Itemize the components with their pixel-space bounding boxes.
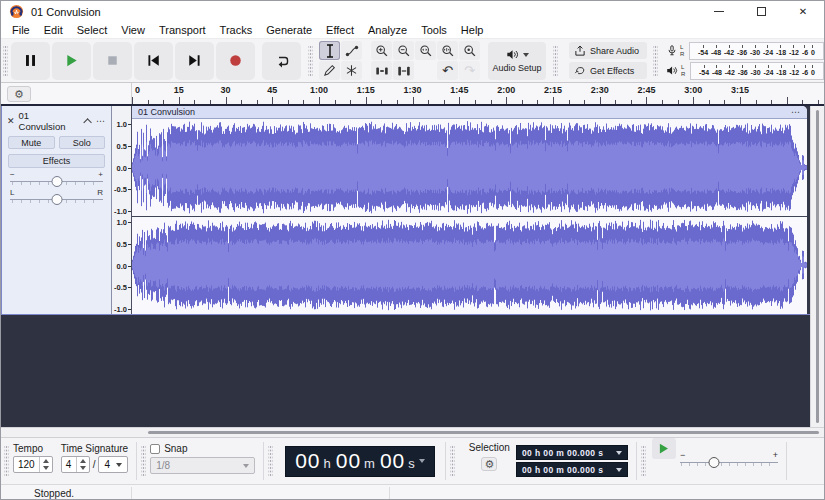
zoom-fit-button[interactable] [437,41,458,60]
speed-min-label: − [680,450,685,460]
zoom-out-button[interactable] [393,41,414,60]
time-signature-upper-value[interactable]: 4 [62,457,76,472]
pan-slider-thumb[interactable] [51,194,62,205]
stop-button[interactable] [93,42,132,80]
menu-help[interactable]: Help [454,24,491,36]
play-at-speed-grip[interactable] [641,446,646,476]
tempo-value[interactable]: 120 [14,457,39,472]
time-minutes[interactable]: 00 [336,449,361,473]
undo-button[interactable]: ↶ [437,61,458,80]
menu-generate[interactable]: Generate [259,24,319,36]
track-menu-button[interactable]: ⋯ [96,116,106,126]
horizontal-scrollbar-thumb[interactable] [148,431,819,434]
time-signature-toolbar-grip[interactable] [4,446,9,476]
menu-effect[interactable]: Effect [319,24,361,36]
track-name[interactable]: 01 Convulsion [19,110,79,132]
loop-button[interactable] [262,42,301,80]
trim-audio-button[interactable] [371,61,392,80]
menu-analyze[interactable]: Analyze [361,24,414,36]
audio-position-display[interactable]: 00h 00m 00s [285,446,435,477]
record-button[interactable] [216,42,255,80]
skip-to-end-button[interactable] [175,42,214,80]
zoom-toggle-button[interactable] [459,41,480,60]
ruler-tick [569,100,570,104]
snap-checkbox[interactable] [150,444,160,454]
clip-header[interactable]: 01 Convulsion ⋯ [132,106,807,119]
pause-button[interactable] [11,42,50,80]
time-signature-upper-spinner[interactable]: 4 [61,456,90,473]
tools-toolbar-grip[interactable] [308,46,313,76]
minimize-button[interactable] [698,1,740,22]
selection-end-field[interactable]: 00 h 00 m 00.000 s [516,462,628,477]
zoom-in-button[interactable] [371,41,392,60]
selection-options-button[interactable]: ⚙ [481,457,497,471]
recording-meter[interactable]: LR -54-48-42-36-30-24-18-12-60 [666,41,824,60]
tempo-spin-arrows[interactable] [39,457,52,472]
snap-toolbar-grip[interactable] [141,446,146,476]
menu-view[interactable]: View [114,24,152,36]
selection-toolbar-grip[interactable] [450,446,455,476]
multi-tool-button[interactable] [341,61,362,80]
speed-slider-thumb[interactable] [709,457,720,468]
skip-to-start-button[interactable] [134,42,173,80]
selection-tool-button[interactable] [319,41,340,60]
menu-tools[interactable]: Tools [414,24,454,36]
audio-track[interactable]: ✕ 01 Convulsion ⋯ Mute Solo Effects − + [1,106,813,315]
draw-tool-button[interactable] [319,61,340,80]
tempo-spinner[interactable]: 120 [13,456,53,473]
timeline-options-button[interactable]: ⚙ [7,86,31,102]
audio-setup-button[interactable]: Audio Setup [488,42,546,80]
time-hours[interactable]: 00 [295,449,320,473]
time-signature-lower-select[interactable]: 4 [98,456,128,473]
silence-audio-button[interactable] [393,61,414,80]
ruler-tick [631,100,632,104]
menu-tracks[interactable]: Tracks [213,24,260,36]
waveform-channel-1[interactable] [132,119,807,216]
gain-slider[interactable]: − + [10,170,103,187]
waveform-channel-2[interactable] [132,216,807,313]
loop-icon [274,53,290,69]
effects-button[interactable]: Effects [8,154,105,168]
time-ruler-scale[interactable]: 01530451:001:151:301:452:002:152:302:453… [132,83,824,104]
mute-button[interactable]: Mute [8,136,55,149]
pan-slider[interactable]: L R [10,188,103,205]
timeline-ruler[interactable]: ⚙ 01530451:001:151:301:452:002:152:302:4… [1,83,824,106]
ruler-tick [444,100,445,104]
share-toolbar-grip[interactable] [553,46,558,76]
gain-slider-thumb[interactable] [51,176,62,187]
menu-edit[interactable]: Edit [37,24,70,36]
snap-interval-select[interactable]: 1/8 [150,457,255,474]
playback-speed-slider[interactable]: − + [680,453,778,470]
selection-start-value[interactable]: 00 h 00 m 00.000 s [522,448,603,458]
close-button[interactable]: ✕ [782,1,824,22]
zoom-selection-button[interactable] [415,41,436,60]
envelope-tool-button[interactable] [341,41,362,60]
vertical-scrollbar-thumb[interactable] [816,110,819,423]
playback-meter[interactable]: LR -54-48-42-36-30-24-18-12-60 [666,61,824,80]
meter-toolbar-grip[interactable] [653,46,658,76]
time-toolbar-grip[interactable] [268,446,273,476]
scale-tick [128,146,131,147]
clip-menu-button[interactable]: ⋯ [791,107,801,117]
play-at-speed-button[interactable] [652,438,676,459]
solo-button[interactable]: Solo [59,136,106,149]
redo-button[interactable]: ↷ [459,61,480,80]
collapse-track-icon[interactable] [83,118,91,126]
maximize-button[interactable] [740,1,782,22]
time-seconds[interactable]: 00 [380,449,405,473]
play-button[interactable] [52,42,91,80]
audio-clip[interactable]: 01 Convulsion ⋯ [132,106,807,314]
get-effects-button[interactable]: Get Effects [569,62,647,79]
ts-spin-arrows[interactable] [76,457,89,472]
menu-select[interactable]: Select [70,24,115,36]
share-audio-button[interactable]: Share Audio [569,42,647,59]
menu-transport[interactable]: Transport [152,24,213,36]
track-close-button[interactable]: ✕ [7,116,15,126]
selection-end-value[interactable]: 00 h 00 m 00.000 s [522,465,603,475]
vertical-scrollbar[interactable] [810,106,824,427]
transport-toolbar-grip[interactable] [3,46,8,76]
horizontal-scrollbar[interactable] [1,427,824,437]
menu-file[interactable]: File [5,24,37,36]
vertical-scale-ruler[interactable]: 1.00.50.0-0.5-1.0 1.00.50.0-0.5-1.0 [112,106,132,314]
selection-start-field[interactable]: 00 h 00 m 00.000 s [516,445,628,460]
